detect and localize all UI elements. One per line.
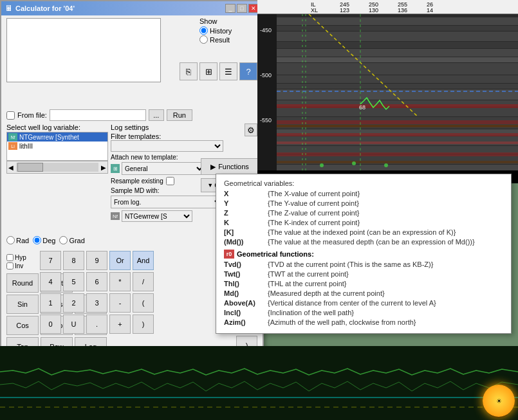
divide-button[interactable]: / [133, 272, 154, 291]
or-button[interactable]: Or [109, 251, 131, 270]
round-button[interactable]: Round [6, 273, 39, 293]
title-bar-controls: _ □ ✕ [225, 4, 259, 13]
well-item-lith[interactable]: Li lithIII [7, 142, 107, 151]
multiply-button[interactable]: * [109, 272, 131, 291]
number-keypad: 7 8 9 Or And 4 5 6 * / 1 2 3 - ( 0 U . + [40, 251, 154, 334]
key-5[interactable]: 5 [63, 272, 84, 291]
grad-radio[interactable] [59, 236, 68, 244]
func-md-value: {Measured depth at the current point} [268, 289, 503, 297]
svg-rect-23 [277, 125, 518, 127]
var-k-index-value: {The value at the indexed point (can be … [268, 228, 503, 236]
sin-button[interactable]: Sin [6, 295, 39, 314]
func-tvd: Tvd() {TVD at the current point (This is… [224, 260, 503, 268]
from-file-row: From file: ... Run [6, 109, 192, 121]
from-file-checkbox[interactable] [6, 111, 15, 120]
from-file-input[interactable] [50, 109, 146, 121]
rad-radio[interactable] [6, 236, 15, 244]
svg-rect-14 [277, 107, 518, 116]
grid-icon-btn[interactable]: ⊞ [199, 62, 217, 80]
functions-button[interactable]: ▶ Functions [201, 158, 259, 175]
key-7[interactable]: 7 [40, 251, 61, 270]
func-tvd-key: Tvd() [224, 260, 263, 268]
grad-label[interactable]: Grad [59, 236, 84, 244]
run-button[interactable]: Run [167, 109, 192, 121]
scroll-left[interactable]: ◀ [7, 164, 15, 171]
func-thl-key: Thl() [224, 280, 263, 288]
subtract-button[interactable]: - [109, 293, 131, 313]
func-incl: Incl() {Inclination of the well path} [224, 309, 503, 316]
copy-icon-btn[interactable]: ⎘ [180, 62, 198, 80]
result-radio[interactable] [199, 35, 208, 44]
xl-val-3: 136 [398, 7, 407, 14]
key-4[interactable]: 4 [40, 272, 61, 291]
var-z: Z {The Z-value of current point} [224, 209, 503, 217]
geom-funcs-title: Geometrical functions: [237, 250, 314, 258]
list-icon-btn[interactable]: ☰ [219, 62, 237, 80]
keypad-row2: 4 5 6 * / [40, 272, 154, 291]
hyp-row: Hyp [6, 254, 26, 261]
key-6[interactable]: 6 [86, 272, 107, 291]
key-3[interactable]: 3 [86, 293, 107, 313]
var-z-key: Z [224, 209, 263, 217]
from-file-label: From file: [17, 111, 47, 119]
nt-select-row: Nf NTGewrrew [S [111, 210, 223, 222]
scroll-right[interactable]: ▶ [100, 164, 107, 171]
nt-select[interactable]: NTGewrrew [S [122, 210, 192, 222]
general-icon: ⊞ [111, 164, 120, 173]
and-button[interactable]: And [133, 251, 154, 270]
svg-rect-7 [277, 49, 518, 57]
general-select[interactable]: General [122, 162, 205, 175]
var-k: K {The K-index of current point} [224, 219, 503, 226]
expression-display[interactable] [6, 18, 161, 82]
dot-button[interactable]: . [86, 315, 107, 334]
result-radio-row[interactable]: Result [199, 35, 257, 44]
deg-label[interactable]: Deg [33, 236, 55, 244]
hyp-label: Hyp [15, 254, 26, 261]
geom-funcs-header: r0 Geometrical functions: [224, 250, 503, 259]
hyp-inv-area: Hyp Inv [6, 254, 26, 269]
from-log-select[interactable]: From log. [111, 196, 223, 208]
inv-checkbox[interactable] [6, 262, 14, 269]
filter-templates-select[interactable] [111, 140, 223, 152]
svg-rect-12 [277, 89, 518, 100]
svg-rect-21 [277, 104, 518, 108]
open-paren-button[interactable]: ( [133, 293, 154, 313]
svg-rect-26 [277, 152, 518, 156]
deg-radio[interactable] [33, 236, 41, 244]
key-0[interactable]: 0 [40, 315, 61, 334]
log-settings-label: Log settings [111, 123, 223, 131]
key-8[interactable]: 8 [63, 251, 84, 270]
close-paren-button[interactable]: ) [133, 315, 154, 334]
help-icon-btn[interactable]: ? [239, 62, 257, 80]
seismic-display: IL XL 245 250 255 26 123 130 136 14 -450… [257, 0, 518, 183]
scroll-track[interactable] [16, 163, 98, 172]
add-button[interactable]: + [109, 315, 131, 334]
show-icon-buttons: ⎘ ⊞ ☰ ? [180, 62, 257, 80]
svg-point-36 [384, 163, 388, 167]
xl-val-4: 14 [427, 7, 433, 14]
horizontal-scrollbar[interactable]: ◀ ▶ [6, 161, 108, 174]
scroll-thumb[interactable] [17, 163, 43, 172]
svg-text:68: 68 [359, 104, 365, 111]
hyp-checkbox[interactable] [6, 254, 14, 261]
key-1[interactable]: 1 [40, 293, 61, 313]
maximize-button[interactable]: □ [237, 4, 247, 13]
resample-checkbox[interactable] [166, 177, 174, 185]
history-radio-row[interactable]: History [199, 26, 257, 35]
log-settings-gear-button[interactable]: ⚙ [245, 123, 257, 136]
history-radio[interactable] [199, 26, 208, 35]
xl-val-2: 130 [369, 7, 378, 14]
minimize-button[interactable]: _ [225, 4, 236, 13]
r0-icon: r0 [224, 250, 234, 259]
svg-rect-37 [0, 346, 518, 420]
well-item-ntg[interactable]: Nf NTGewrrew [Synthet [7, 132, 107, 142]
svg-rect-20 [277, 165, 518, 170]
var-md: (Md()) {The value at the measured depth … [224, 238, 503, 246]
u-button[interactable]: U [63, 315, 84, 334]
key-2[interactable]: 2 [63, 293, 84, 313]
func-thl: Thl() {THL at the current point} [224, 280, 503, 288]
rad-label[interactable]: Rad [6, 236, 29, 244]
browse-button[interactable]: ... [149, 109, 164, 121]
cos-button[interactable]: Cos [6, 316, 39, 335]
key-9[interactable]: 9 [86, 251, 107, 270]
